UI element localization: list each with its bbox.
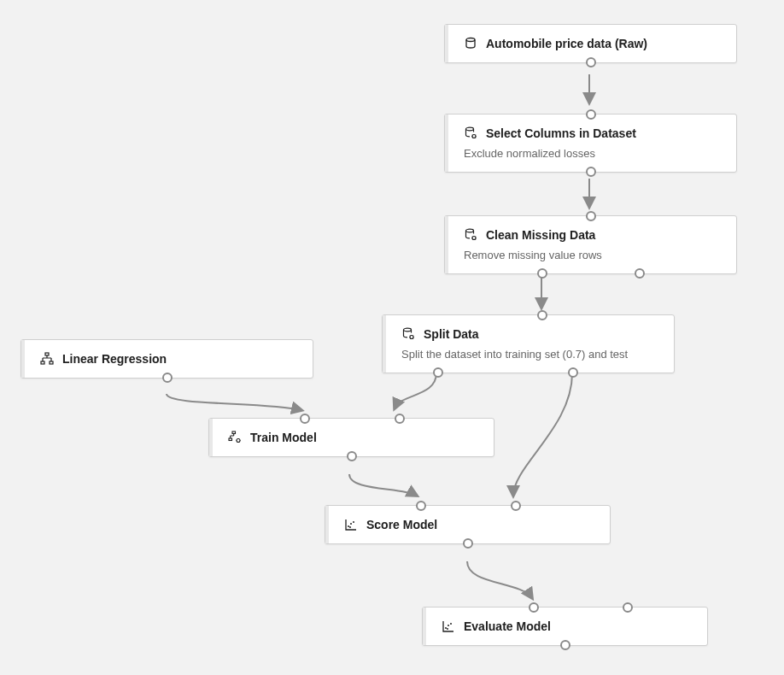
svg-point-5 xyxy=(404,328,412,332)
node-description: Split the dataset into training set (0.7… xyxy=(401,348,660,361)
output-port-0[interactable] xyxy=(433,367,443,378)
svg-rect-8 xyxy=(41,361,44,364)
node-evaluate-model[interactable]: Evaluate Model xyxy=(422,607,708,646)
node-title: Clean Missing Data xyxy=(486,228,595,242)
database-icon xyxy=(464,37,477,50)
output-port[interactable] xyxy=(586,57,596,68)
model-gear-icon xyxy=(228,431,242,444)
svg-rect-10 xyxy=(232,431,236,434)
svg-point-18 xyxy=(448,625,449,626)
node-title: Select Columns in Dataset xyxy=(486,126,636,140)
svg-point-16 xyxy=(349,526,351,528)
svg-point-20 xyxy=(447,628,448,630)
node-title: Evaluate Model xyxy=(464,619,551,633)
model-icon xyxy=(40,352,54,366)
output-port[interactable] xyxy=(560,640,570,650)
node-description: Remove missing value rows xyxy=(464,249,723,261)
svg-point-14 xyxy=(350,523,352,525)
node-title: Score Model xyxy=(366,518,437,531)
node-title: Linear Regression xyxy=(62,352,167,366)
scatter-icon xyxy=(344,518,358,531)
svg-point-15 xyxy=(353,521,354,523)
node-score-model[interactable]: Score Model xyxy=(325,505,611,544)
output-port[interactable] xyxy=(347,451,357,461)
svg-point-0 xyxy=(466,38,475,42)
output-port[interactable] xyxy=(586,167,596,177)
output-port[interactable] xyxy=(463,538,473,549)
node-split-data[interactable]: Split Data Split the dataset into traini… xyxy=(382,314,675,373)
pipeline-canvas[interactable]: Automobile price data (Raw) Select Colum… xyxy=(0,0,784,675)
input-port[interactable] xyxy=(586,109,596,120)
output-port[interactable] xyxy=(162,373,173,383)
node-description: Exclude normalized losses xyxy=(464,147,723,160)
scatter-icon xyxy=(442,619,455,633)
node-automobile-data[interactable]: Automobile price data (Raw) xyxy=(444,24,737,63)
svg-point-1 xyxy=(466,127,474,131)
input-port-1[interactable] xyxy=(623,602,633,613)
node-linear-regression[interactable]: Linear Regression xyxy=(20,339,313,379)
svg-point-17 xyxy=(445,627,447,629)
svg-rect-7 xyxy=(45,353,49,355)
input-port-0[interactable] xyxy=(300,414,310,424)
output-port-1[interactable] xyxy=(635,268,645,279)
svg-point-13 xyxy=(348,525,349,527)
svg-point-19 xyxy=(450,623,452,625)
input-port-0[interactable] xyxy=(529,602,539,613)
output-port-0[interactable] xyxy=(537,268,547,279)
input-port[interactable] xyxy=(586,211,596,221)
node-title: Train Model xyxy=(250,431,317,444)
svg-rect-9 xyxy=(50,361,53,364)
svg-point-2 xyxy=(472,135,476,138)
node-title: Split Data xyxy=(424,327,479,341)
node-clean-missing[interactable]: Clean Missing Data Remove missing value … xyxy=(444,215,737,274)
svg-point-3 xyxy=(466,229,474,232)
input-port-0[interactable] xyxy=(416,501,426,511)
svg-point-6 xyxy=(410,336,413,339)
node-train-model[interactable]: Train Model xyxy=(208,418,494,457)
node-select-columns[interactable]: Select Columns in Dataset Exclude normal… xyxy=(444,114,737,173)
node-title: Automobile price data (Raw) xyxy=(486,37,647,50)
svg-point-12 xyxy=(237,439,240,443)
svg-rect-11 xyxy=(229,438,232,441)
input-port-1[interactable] xyxy=(511,501,521,511)
svg-point-4 xyxy=(472,237,476,240)
input-port[interactable] xyxy=(537,310,547,320)
database-gear-icon xyxy=(401,327,415,341)
database-gear-icon xyxy=(464,126,477,140)
database-gear-icon xyxy=(464,228,477,242)
output-port-1[interactable] xyxy=(568,367,578,378)
input-port-1[interactable] xyxy=(395,414,405,424)
